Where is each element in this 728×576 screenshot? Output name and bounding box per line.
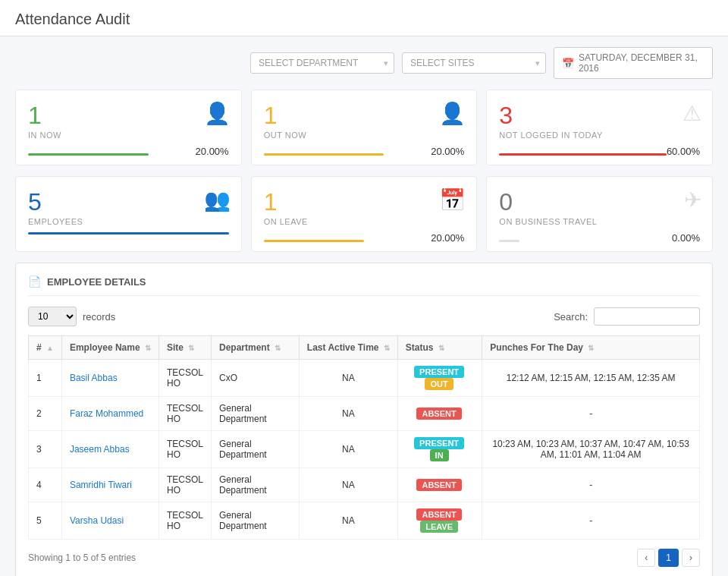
- cell-num: 3: [29, 431, 62, 468]
- cell-site: TECSOLHO: [158, 360, 211, 397]
- table-controls: 10 25 50 records Search:: [28, 307, 700, 326]
- date-picker[interactable]: 📅 SATURDAY, DECEMBER 31, 2016: [554, 47, 713, 79]
- col-punches: Punches For The Day ⇅: [482, 336, 700, 360]
- stat-card-in-now: 1 IN NOW 👤 20.00%: [15, 90, 242, 165]
- badge-present: PRESENT: [414, 366, 464, 378]
- cell-last-active: NA: [299, 431, 397, 468]
- records-per-page[interactable]: 10 25 50: [28, 307, 77, 326]
- stat-number-business-travel: 0: [499, 189, 700, 216]
- cell-punches: 10:23 AM, 10:23 AM, 10:37 AM, 10:47 AM, …: [482, 431, 700, 468]
- cell-status: ABSENTLEAVE: [397, 502, 482, 540]
- sort-icon-punches: ⇅: [588, 344, 594, 352]
- records-label: records: [83, 311, 115, 323]
- cell-num: 4: [29, 468, 62, 502]
- stat-label-not-logged: NOT LOGGED IN TODAY: [499, 131, 700, 140]
- date-value: SATURDAY, DECEMBER 31, 2016: [579, 52, 704, 74]
- stats-row-1: 1 IN NOW 👤 20.00% 1 OUT NOW 👤 20.00% 3 N…: [0, 79, 728, 176]
- cell-site: TECSOLHO: [158, 468, 211, 502]
- search-label: Search:: [554, 311, 588, 323]
- cell-last-active: NA: [299, 502, 397, 540]
- stat-label-employees: EMPLOYEES: [28, 217, 229, 226]
- stat-icon-employees: 👥: [204, 187, 231, 212]
- records-select-group: 10 25 50 records: [28, 307, 115, 326]
- stat-card-employees: 5 EMPLOYEES 👥: [15, 176, 242, 252]
- pagination: ‹1›: [637, 549, 700, 567]
- cell-dept: General Department: [211, 502, 299, 540]
- badge-absent: ABSENT: [416, 508, 461, 521]
- page-btn-›[interactable]: ›: [682, 549, 700, 567]
- employee-link[interactable]: Samridhi Tiwari: [70, 480, 132, 490]
- badge-leave: LEAVE: [420, 521, 458, 533]
- cell-num: 1: [29, 360, 62, 397]
- employee-link[interactable]: Jaseem Abbas: [70, 444, 130, 455]
- page-title: Attendance Audit: [15, 11, 713, 28]
- employee-link[interactable]: Faraz Mohammed: [70, 408, 143, 419]
- cell-name: Samridhi Tiwari: [61, 468, 158, 502]
- section-title-text: EMPLOYEE DETAILS: [47, 276, 146, 288]
- cell-punches: -: [482, 502, 700, 540]
- entries-info: Showing 1 to 5 of 5 entries: [28, 552, 136, 563]
- cell-name: Basil Abbas: [61, 360, 158, 397]
- cell-status: ABSENT: [397, 468, 482, 502]
- cell-name: Varsha Udasi: [61, 502, 158, 540]
- department-select[interactable]: SELECT DEPARTMENT: [250, 52, 394, 74]
- cell-last-active: NA: [299, 468, 397, 502]
- employee-table: # ▲ Employee Name ⇅ Site ⇅ Department ⇅ …: [28, 335, 700, 540]
- col-num: # ▲: [29, 336, 62, 360]
- cell-name: Jaseem Abbas: [61, 431, 158, 468]
- cell-punches: -: [482, 468, 700, 502]
- stat-card-out-now: 1 OUT NOW 👤 20.00%: [251, 90, 478, 165]
- col-name: Employee Name ⇅: [61, 336, 158, 360]
- cell-status: ABSENT: [397, 397, 482, 431]
- page-header: Attendance Audit: [0, 0, 728, 36]
- sort-icon-site: ⇅: [188, 344, 194, 352]
- sort-icon-dept: ⇅: [275, 344, 281, 352]
- stat-card-not-logged: 3 NOT LOGGED IN TODAY ⚠ 60.00%: [486, 90, 713, 165]
- table-row: 3 Jaseem Abbas TECSOLHO General Departme…: [29, 431, 700, 468]
- col-dept: Department ⇅: [211, 336, 299, 360]
- stats-row-2: 5 EMPLOYEES 👥 1 ON LEAVE 📅 20.00% 0 ON B…: [0, 176, 728, 263]
- cell-last-active: NA: [299, 397, 397, 431]
- stat-label-out-now: OUT NOW: [264, 131, 465, 140]
- stat-icon-not-logged: ⚠: [682, 101, 701, 126]
- page-btn-1[interactable]: 1: [658, 549, 679, 567]
- cell-punches: 12:12 AM, 12:15 AM, 12:15 AM, 12:35 AM: [482, 360, 700, 397]
- stat-icon-business-travel: ✈: [684, 187, 701, 212]
- table-row: 5 Varsha Udasi TECSOLHO General Departme…: [29, 502, 700, 540]
- col-site: Site ⇅: [158, 336, 211, 360]
- cell-last-active: NA: [299, 360, 397, 397]
- search-box: Search:: [554, 307, 700, 326]
- section-title: 📄 EMPLOYEE DETAILS: [28, 275, 700, 296]
- employee-link[interactable]: Basil Abbas: [70, 373, 118, 383]
- department-select-wrapper: SELECT DEPARTMENT: [250, 52, 394, 74]
- section-title-icon: 📄: [28, 275, 41, 288]
- stat-number-in-now: 1: [28, 102, 229, 129]
- col-status: Status ⇅: [397, 336, 482, 360]
- stat-label-in-now: IN NOW: [28, 131, 229, 140]
- table-header: # ▲ Employee Name ⇅ Site ⇅ Department ⇅ …: [29, 336, 700, 360]
- employee-link[interactable]: Varsha Udasi: [70, 515, 124, 526]
- cell-site: TECSOLHO: [158, 502, 211, 540]
- cell-num: 2: [29, 397, 62, 431]
- cell-site: TECSOLHO: [158, 431, 211, 468]
- cell-dept: General Department: [211, 397, 299, 431]
- badge-absent: ABSENT: [416, 408, 461, 420]
- sort-icon-status: ⇅: [438, 344, 444, 352]
- table-row: 4 Samridhi Tiwari TECSOLHO General Depar…: [29, 468, 700, 502]
- table-footer: Showing 1 to 5 of 5 entries ‹1›: [28, 549, 700, 567]
- sites-select-wrapper: SELECT SITES: [402, 52, 546, 74]
- cell-dept: General Department: [211, 431, 299, 468]
- col-last-active: Last Active Time ⇅: [299, 336, 397, 360]
- badge-absent: ABSENT: [416, 479, 461, 491]
- search-input[interactable]: [594, 307, 700, 326]
- sort-icon-lat: ⇅: [384, 344, 390, 352]
- badge-present: PRESENT: [414, 437, 464, 449]
- cell-site: TECSOLHO: [158, 397, 211, 431]
- sort-icon-name: ⇅: [145, 344, 151, 352]
- page-btn-‹[interactable]: ‹: [637, 549, 655, 567]
- sites-select[interactable]: SELECT SITES: [402, 52, 546, 74]
- employee-details-section: 📄 EMPLOYEE DETAILS 10 25 50 records Sear…: [15, 263, 713, 576]
- toolbar: SELECT DEPARTMENT SELECT SITES 📅 SATURDA…: [0, 36, 728, 79]
- cell-dept: General Department: [211, 468, 299, 502]
- cell-name: Faraz Mohammed: [61, 397, 158, 431]
